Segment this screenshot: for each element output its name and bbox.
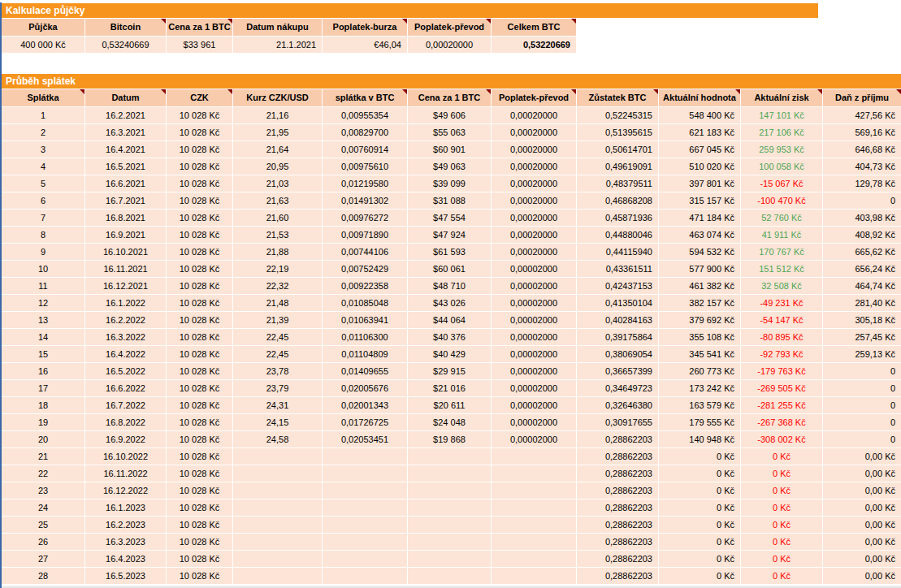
cell-dan-z-prijmu[interactable]: 0 bbox=[823, 397, 901, 413]
cell-splatka-v-btc[interactable]: 0,00976272 bbox=[323, 210, 407, 226]
cell-zustatek-btc[interactable]: 0,28862203 bbox=[577, 517, 658, 533]
column-header-pujcka[interactable]: Půjčka bbox=[2, 19, 84, 36]
cell-dan-z-prijmu[interactable]: 656,24 Kč bbox=[823, 261, 901, 277]
cell-poplatek-prevod[interactable]: 0,00020000 bbox=[492, 124, 576, 141]
cell-aktualni-hodnota[interactable]: 0 Kč bbox=[659, 551, 740, 567]
cell-dan-z-prijmu[interactable]: 0,00 Kč bbox=[823, 517, 901, 533]
cell-kurz-czk-usd[interactable]: 24,15 bbox=[233, 414, 322, 430]
cell-kurz-czk-usd[interactable]: 24,58 bbox=[233, 431, 322, 447]
cell-aktualni-hodnota[interactable]: 461 382 Kč bbox=[659, 278, 740, 294]
cell-zustatek-btc[interactable]: 0,40284163 bbox=[577, 312, 658, 328]
cell-datum[interactable]: 16.4.2022 bbox=[85, 346, 166, 362]
cell-aktualni-hodnota[interactable]: 594 532 Kč bbox=[659, 244, 740, 260]
cell-aktualni-zisk[interactable]: 0 Kč bbox=[741, 534, 822, 550]
cell-poplatek-prevod[interactable]: 0,00002000 bbox=[492, 261, 576, 277]
cell-aktualni-hodnota[interactable]: 179 555 Kč bbox=[659, 414, 740, 430]
cell-cena-za-1-btc[interactable] bbox=[408, 465, 491, 482]
cell-zustatek-btc[interactable]: 0,38069054 bbox=[577, 346, 658, 362]
cell-aktualni-zisk[interactable]: -308 002 Kč bbox=[741, 431, 822, 447]
cell-datum[interactable]: 16.12.2021 bbox=[85, 278, 166, 294]
cell-poplatek-prevod[interactable] bbox=[492, 499, 576, 516]
cell-dan-z-prijmu[interactable]: 646,68 Kč bbox=[823, 141, 901, 158]
cell-poplatek-prevod[interactable]: 0,00020000 bbox=[492, 244, 576, 260]
cell-aktualni-zisk[interactable]: 170 767 Kč bbox=[741, 244, 822, 260]
cell-zustatek-btc[interactable]: 0,28862203 bbox=[577, 499, 658, 516]
column-header-cena-za-1-btc[interactable]: Cena za 1 BTC bbox=[167, 19, 232, 36]
cell-splatka[interactable]: 6 bbox=[2, 192, 84, 209]
cell-aktualni-hodnota[interactable]: 0 Kč bbox=[659, 448, 740, 465]
cell-datum[interactable]: 16.6.2021 bbox=[85, 175, 166, 192]
cell-kurz-czk-usd[interactable]: 21,60 bbox=[233, 210, 322, 226]
cell-splatka-v-btc[interactable]: 0,01219580 bbox=[323, 175, 407, 192]
column-header-poplatek-prevod[interactable]: Poplatek-převod bbox=[408, 19, 491, 36]
cell-aktualni-zisk[interactable]: 0 Kč bbox=[741, 448, 822, 465]
cell-zustatek-btc[interactable]: 0,28862203 bbox=[577, 431, 658, 447]
cell-czk[interactable]: 10 028 Kč bbox=[167, 295, 232, 311]
cell-aktualni-hodnota[interactable]: 621 183 Kč bbox=[659, 124, 740, 141]
cell-zustatek-btc[interactable]: 0,30917655 bbox=[577, 414, 658, 430]
cell-poplatek-prevod[interactable]: 0,00002000 bbox=[492, 380, 576, 396]
cell-cena-za-1-btc[interactable]: $39 099 bbox=[408, 175, 491, 192]
cell-cena-za-1-btc[interactable]: $43 026 bbox=[408, 295, 491, 311]
cell-poplatek-prevod[interactable]: 0,00020000 bbox=[492, 210, 576, 226]
cell-poplatek-prevod[interactable] bbox=[492, 517, 576, 533]
cell-poplatek-prevod[interactable]: 0,00002000 bbox=[492, 363, 576, 379]
cell-splatka[interactable]: 1 bbox=[2, 107, 84, 123]
cell-cena-za-1-btc[interactable]: $24 048 bbox=[408, 414, 491, 430]
cell-zustatek-btc[interactable]: 0,28862203 bbox=[577, 465, 658, 482]
cell-cena-za-1-btc[interactable] bbox=[408, 568, 491, 584]
loan-section-header[interactable]: Kalkulace půjčky bbox=[2, 3, 818, 18]
cell-czk[interactable]: 10 028 Kč bbox=[167, 568, 232, 584]
cell-poplatek-prevod[interactable]: 0,00020000 bbox=[492, 141, 576, 158]
cell-dan-z-prijmu[interactable]: 0 bbox=[823, 363, 901, 379]
cell-poplatek-prevod[interactable]: 0,00002000 bbox=[492, 329, 576, 345]
cell-aktualni-zisk[interactable]: 0 Kč bbox=[741, 465, 822, 482]
cell-czk[interactable]: 10 028 Kč bbox=[167, 192, 232, 209]
cell-splatka-v-btc[interactable]: 0,01726725 bbox=[323, 414, 407, 430]
cell-splatka-v-btc[interactable]: 0,00971890 bbox=[323, 227, 407, 243]
column-header-poplatek-burza[interactable]: Poplatek-burza bbox=[323, 19, 407, 36]
cell-poplatek-prevod[interactable]: 0,00002000 bbox=[492, 397, 576, 413]
cell-splatka[interactable]: 3 bbox=[2, 141, 84, 158]
cell-dan-z-prijmu[interactable]: 0,00 Kč bbox=[823, 534, 901, 550]
cell-poplatek-prevod[interactable] bbox=[492, 448, 576, 465]
cell-aktualni-hodnota[interactable]: 577 900 Kč bbox=[659, 261, 740, 277]
column-header-zustatek-btc[interactable]: Zůstatek BTC bbox=[577, 89, 658, 106]
cell-poplatek-prevod[interactable] bbox=[492, 551, 576, 567]
cell-cena-za-1-btc[interactable]: $60 901 bbox=[408, 141, 491, 158]
cell-zustatek-btc[interactable]: 0,46868208 bbox=[577, 192, 658, 209]
cell-aktualni-zisk[interactable]: 217 106 Kč bbox=[741, 124, 822, 141]
cell-poplatek-prevod[interactable] bbox=[492, 568, 576, 584]
cell-aktualni-hodnota[interactable]: 0 Kč bbox=[659, 517, 740, 533]
cell-kurz-czk-usd[interactable]: 21,39 bbox=[233, 312, 322, 328]
cell-aktualni-zisk[interactable]: -49 231 Kč bbox=[741, 295, 822, 311]
cell-aktualni-zisk[interactable]: 259 953 Kč bbox=[741, 141, 822, 158]
cell-dan-z-prijmu[interactable]: 427,56 Kč bbox=[823, 107, 901, 123]
cell-splatka[interactable]: 20 bbox=[2, 431, 84, 447]
cell-zustatek-btc[interactable]: 0,49619091 bbox=[577, 158, 658, 175]
cell-datum[interactable]: 16.10.2022 bbox=[85, 448, 166, 465]
cell-aktualni-zisk[interactable]: -267 368 Kč bbox=[741, 414, 822, 430]
cell-dan-z-prijmu[interactable]: 0,00 Kč bbox=[823, 568, 901, 584]
cell-aktualni-zisk[interactable]: 151 512 Kč bbox=[741, 261, 822, 277]
cell-aktualni-zisk[interactable]: -179 763 Kč bbox=[741, 363, 822, 379]
cell-zustatek-btc[interactable]: 0,28862203 bbox=[577, 568, 658, 584]
cell-splatka[interactable]: 12 bbox=[2, 295, 84, 311]
cell-dan-z-prijmu[interactable]: 0,00 Kč bbox=[823, 551, 901, 567]
cell-poplatek-prevod[interactable] bbox=[492, 465, 576, 482]
cell-datum[interactable]: 16.4.2021 bbox=[85, 141, 166, 158]
cell-datum[interactable]: 16.3.2022 bbox=[85, 329, 166, 345]
cell-poplatek-prevod[interactable]: 0,00002000 bbox=[492, 312, 576, 328]
cell-aktualni-zisk[interactable]: 41 911 Kč bbox=[741, 227, 822, 243]
cell-splatka-v-btc[interactable] bbox=[323, 499, 407, 516]
cell-datum[interactable]: 16.1.2022 bbox=[85, 295, 166, 311]
cell-datum[interactable]: 16.9.2021 bbox=[85, 227, 166, 243]
cell-kurz-czk-usd[interactable] bbox=[233, 517, 322, 533]
cell-poplatek-prevod[interactable]: 0,00020000 bbox=[492, 192, 576, 209]
cell-splatka[interactable]: 16 bbox=[2, 363, 84, 379]
cell-aktualni-zisk[interactable]: -269 505 Kč bbox=[741, 380, 822, 396]
cell-czk[interactable]: 10 028 Kč bbox=[167, 227, 232, 243]
column-header-czk[interactable]: CZK bbox=[167, 89, 232, 106]
cell-splatka[interactable]: 10 bbox=[2, 261, 84, 277]
cell-dan-z-prijmu[interactable]: 403,98 Kč bbox=[823, 210, 901, 226]
